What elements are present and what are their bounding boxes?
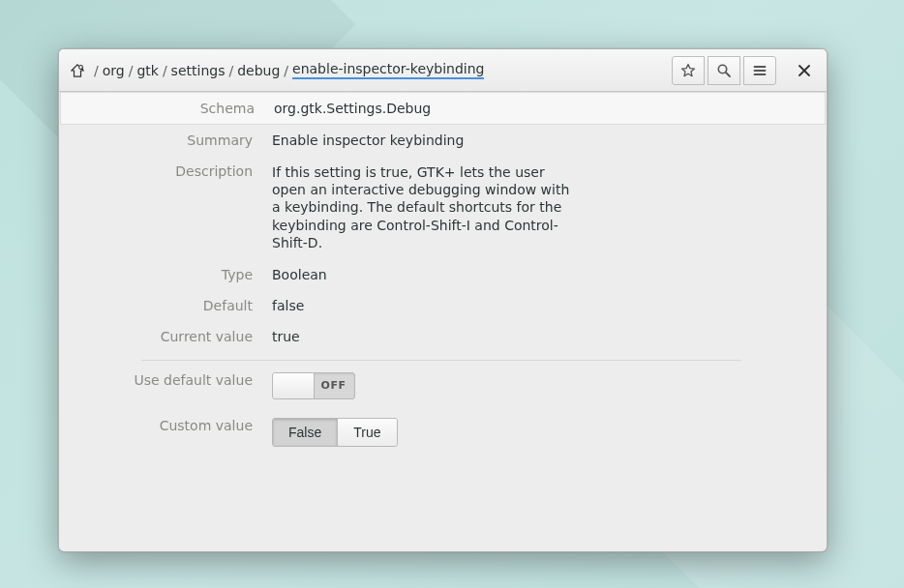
search-button[interactable] xyxy=(708,56,740,85)
custom-value-false[interactable]: False xyxy=(273,419,337,446)
custom-value-control: False True xyxy=(262,410,827,455)
breadcrumb-segment[interactable]: gtk xyxy=(136,63,158,78)
row-custom-value: Custom value False True xyxy=(59,410,827,551)
breadcrumb-current: enable-inspector-keybinding xyxy=(292,61,484,79)
current-value-label: Current value xyxy=(59,321,262,352)
menu-button[interactable] xyxy=(743,56,776,85)
summary-value: Enable inspector keybinding xyxy=(262,125,827,156)
use-default-control: OFF xyxy=(262,365,827,410)
hb-left: / org / gtk / settings / debug / enable-… xyxy=(67,61,672,79)
custom-value-label: Custom value xyxy=(59,410,262,441)
close-icon xyxy=(799,65,810,76)
current-value-value: true xyxy=(262,321,827,352)
type-value: Boolean xyxy=(262,259,827,290)
schema-value: org.gtk.Settings.Debug xyxy=(264,93,825,124)
type-label: Type xyxy=(59,259,262,290)
breadcrumb: / org / gtk / settings / debug / enable-… xyxy=(94,61,484,79)
breadcrumb-sep: / xyxy=(284,63,288,78)
breadcrumb-sep: / xyxy=(94,63,99,78)
row-description: Description If this setting is true, GTK… xyxy=(59,156,827,259)
row-summary: Summary Enable inspector keybinding xyxy=(59,125,827,156)
schema-label: Schema xyxy=(61,93,264,124)
description-label: Description xyxy=(59,156,262,187)
bookmark-button[interactable] xyxy=(672,56,705,85)
breadcrumb-sep: / xyxy=(163,63,167,78)
breadcrumb-segment[interactable]: debug xyxy=(237,63,280,78)
default-label: Default xyxy=(59,290,262,321)
breadcrumb-segment[interactable]: org xyxy=(103,63,125,78)
use-default-switch[interactable]: OFF xyxy=(272,372,355,399)
row-use-default-value: Use default value OFF xyxy=(59,365,827,410)
svg-line-3 xyxy=(726,73,730,76)
star-icon xyxy=(680,63,696,78)
custom-value-true[interactable]: True xyxy=(337,419,396,446)
breadcrumb-segment[interactable]: settings xyxy=(171,63,226,78)
search-icon xyxy=(716,63,732,78)
row-type: Type Boolean xyxy=(59,259,827,290)
custom-value-radio: False True xyxy=(272,418,398,447)
breadcrumb-sep: / xyxy=(129,63,134,78)
row-schema: Schema org.gtk.Settings.Debug xyxy=(60,92,826,125)
dconf-editor-window: / org / gtk / settings / debug / enable-… xyxy=(58,48,828,552)
headerbar: / org / gtk / settings / debug / enable-… xyxy=(59,49,827,92)
switch-off-label: OFF xyxy=(313,373,354,398)
switch-slider xyxy=(273,373,315,398)
default-value: false xyxy=(262,290,827,321)
breadcrumb-sep: / xyxy=(228,63,233,78)
description-value: If this setting is true, GTK+ lets the u… xyxy=(262,156,591,259)
use-default-label: Use default value xyxy=(59,365,262,396)
close-button[interactable] xyxy=(790,56,819,85)
hb-right xyxy=(672,56,819,85)
hamburger-icon xyxy=(752,63,768,78)
content: Schema org.gtk.Settings.Debug Summary En… xyxy=(59,92,827,551)
row-default: Default false xyxy=(59,290,827,321)
row-current-value: Current value true xyxy=(59,321,827,352)
home-icon[interactable] xyxy=(67,64,88,77)
separator xyxy=(141,360,741,361)
summary-label: Summary xyxy=(59,125,262,156)
